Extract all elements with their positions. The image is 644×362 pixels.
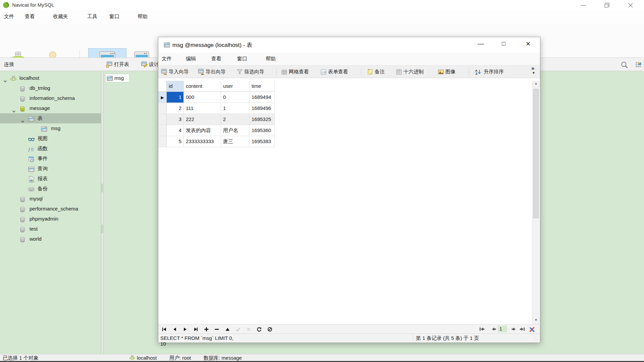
page-number-box[interactable]: 1 [498,325,507,333]
menu-help[interactable]: 帮助 [266,56,276,62]
tree-item-events[interactable]: 事件 [0,154,101,164]
stop-icon[interactable] [267,327,272,332]
restore-button[interactable] [603,2,610,8]
cell[interactable]: 用户名 [221,125,250,136]
cell[interactable]: 000 [184,92,221,103]
menu-window[interactable]: 窗口 [237,56,247,62]
first-record-icon[interactable] [162,327,167,332]
row-marker[interactable] [158,114,167,125]
menu-file[interactable]: 文件 [4,13,14,20]
menu-help[interactable]: 帮助 [138,13,148,20]
form-view-button[interactable]: 表单查看 [328,69,348,75]
delete-record-icon[interactable] [214,327,219,332]
tree-item-reports[interactable]: 报表 [0,174,101,184]
cell-selected[interactable]: 1 [167,92,184,103]
cell[interactable]: 5 [167,136,184,147]
table-window-titlebar[interactable]: msg @message (localhost) - 表 — □ ✕ [158,37,540,53]
tree-item-localhost[interactable]: localhost [0,73,101,83]
cell[interactable]: 2 [221,114,250,125]
next-page-icon[interactable] [511,326,517,332]
first-page-icon[interactable] [479,326,485,332]
maximize-icon[interactable]: □ [502,40,505,47]
tools-icon[interactable] [528,326,536,333]
row-marker-header[interactable] [158,81,167,92]
cell[interactable]: 发表的内容 [184,125,221,136]
cell[interactable]: 4 [167,125,184,136]
export-wizard-button[interactable]: 导出向导 [206,69,226,75]
menu-view[interactable]: 查看 [25,13,35,20]
scroll-down-icon[interactable]: ▼ [534,318,538,322]
tree-item-backups[interactable]: 备份 [0,184,101,194]
cell[interactable]: 1695360 [250,125,275,136]
splitter-handle[interactable] [101,184,103,192]
menu-edit[interactable]: 编辑 [186,56,196,62]
close-button[interactable] [627,2,634,8]
object-item-msg[interactable]: msg [105,74,129,82]
tree-item-performance-schema[interactable]: performance_schema [0,204,101,214]
cell[interactable]: 1695383 [250,136,275,147]
tree-item-queries[interactable]: 查询 [0,164,101,174]
column-header-id[interactable]: id [167,81,184,92]
menu-window[interactable]: 窗口 [109,13,119,20]
column-header-time[interactable]: time [250,81,275,92]
filter-wizard-button[interactable]: 筛选向导 [244,69,264,75]
memo-button[interactable]: 备注 [375,69,385,75]
row-marker[interactable] [158,125,167,136]
menu-favorites[interactable]: 收藏夹 [53,13,68,20]
tree-item-views[interactable]: 视图 [0,133,101,143]
resize-grip[interactable]: ∙∙∙∙∙ [535,337,539,341]
row-marker[interactable] [158,136,167,147]
scroll-up-icon[interactable]: ▲ [534,81,538,85]
cell[interactable]: 0 [221,92,250,103]
cell[interactable]: 1689496 [250,103,275,114]
cell[interactable]: 唐三 [221,136,250,147]
grid-view-button[interactable]: 网格查看 [289,69,309,75]
toolbar-overflow-button[interactable]: » [531,65,534,72]
scrollbar-thumb[interactable] [533,89,539,218]
cell[interactable]: 222 [184,114,221,125]
import-wizard-button[interactable]: 导入向导 [169,69,189,75]
column-header-content[interactable]: content [184,81,221,92]
cell[interactable]: 2 [167,103,184,114]
menu-tools[interactable]: 工具 [87,13,97,20]
last-record-icon[interactable] [193,327,198,332]
add-record-icon[interactable] [204,327,209,332]
cell[interactable]: 1689494 [250,92,275,103]
next-record-icon[interactable] [183,327,188,332]
search-icon[interactable] [621,61,628,69]
tree-item-message[interactable]: message [0,103,101,113]
tree-item-msg[interactable]: msg [0,123,101,133]
close-icon[interactable]: ✕ [526,40,531,48]
tree-item-world[interactable]: world [0,234,101,244]
tree-item-information-schema[interactable]: information_schema [0,93,101,103]
vertical-scrollbar[interactable]: ▲ ▼ [532,81,540,324]
edit-record-icon[interactable] [225,327,230,332]
previous-record-icon[interactable] [172,327,177,332]
menu-view[interactable]: 查看 [211,56,221,62]
tree-item-mysql[interactable]: mysql [0,194,101,204]
cell[interactable]: 2333333333 [184,136,221,147]
sort-ascending-button[interactable]: 升序排序 [484,69,504,75]
tree-item-phpmyadmin[interactable]: phpmyadmin [0,214,101,224]
cell[interactable]: 1 [221,103,250,114]
cell[interactable]: 1695325 [250,114,275,125]
cell[interactable]: 3 [167,114,184,125]
column-header-user[interactable]: user [221,81,250,92]
tree-item-functions[interactable]: f() 函数 [0,143,101,154]
tree-item-tables[interactable]: 表 [0,113,101,123]
hex-button[interactable]: 十六进制 [404,69,424,75]
tree-item-test[interactable]: test [0,224,101,234]
tree-item-db-tmlog[interactable]: db_tmlog [0,83,101,93]
last-page-icon[interactable] [519,326,526,332]
image-button[interactable]: 图像 [445,69,455,75]
minimize-button[interactable] [580,3,587,8]
row-marker[interactable] [158,103,167,114]
menu-file[interactable]: 文件 [162,56,172,62]
previous-page-icon[interactable] [491,326,497,332]
grid-view-toggle-icon[interactable] [635,61,642,68]
refresh-icon[interactable] [257,327,262,332]
current-row-marker[interactable]: ▶ [158,92,167,103]
open-table-button[interactable]: 打开表 [114,61,129,68]
cell[interactable]: 111 [184,103,221,114]
toolbar-dropdown-icon[interactable]: ▼ [532,71,535,75]
